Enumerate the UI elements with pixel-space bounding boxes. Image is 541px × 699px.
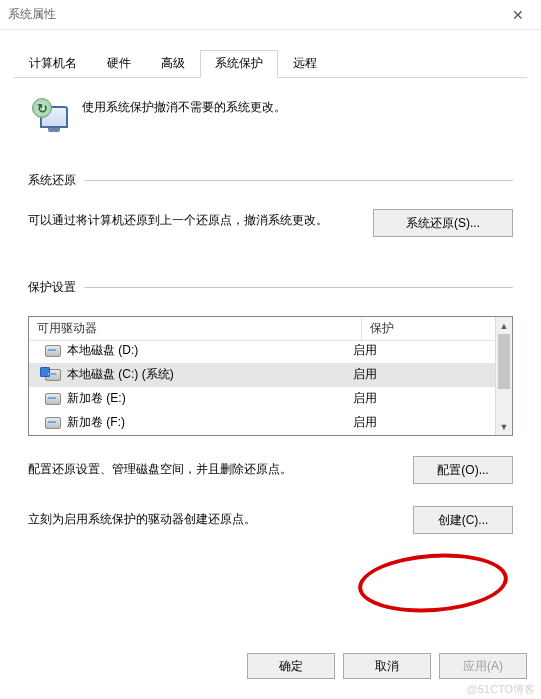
intro-text: 使用系统保护撤消不需要的系统更改。 — [82, 96, 286, 116]
divider — [84, 287, 513, 288]
scroll-track[interactable] — [496, 334, 512, 418]
system-restore-button[interactable]: 系统还原(S)... — [373, 209, 513, 237]
system-restore-title: 系统还原 — [28, 172, 84, 189]
tab-hardware[interactable]: 硬件 — [92, 50, 146, 78]
drive-protection: 启用 — [345, 389, 495, 408]
drive-protection: 启用 — [345, 365, 495, 384]
cancel-button[interactable]: 取消 — [343, 653, 431, 679]
list-header: 可用驱动器 保护 — [29, 317, 512, 341]
system-restore-header: 系统还原 — [28, 172, 513, 189]
create-row: 立刻为启用系统保护的驱动器创建还原点。 创建(C)... — [28, 506, 513, 534]
create-button[interactable]: 创建(C)... — [413, 506, 513, 534]
system-protection-icon: ↻ — [32, 98, 70, 136]
apply-button[interactable]: 应用(A) — [439, 653, 527, 679]
create-desc: 立刻为启用系统保护的驱动器创建还原点。 — [28, 506, 397, 529]
col-header-protection[interactable]: 保护 — [362, 317, 512, 340]
drive-name: 新加卷 (E:) — [67, 390, 126, 407]
drive-icon — [45, 417, 61, 429]
divider — [84, 180, 513, 181]
watermark: @51CTO博客 — [467, 682, 535, 697]
ok-button[interactable]: 确定 — [247, 653, 335, 679]
scroll-thumb[interactable] — [498, 334, 510, 389]
system-restore-desc: 可以通过将计算机还原到上一个还原点，撤消系统更改。 — [28, 209, 357, 230]
configure-desc: 配置还原设置、管理磁盘空间，并且删除还原点。 — [28, 456, 397, 479]
tabs-row: 计算机名 硬件 高级 系统保护 远程 — [14, 50, 527, 78]
close-button[interactable]: ✕ — [495, 0, 541, 30]
configure-row: 配置还原设置、管理磁盘空间，并且删除还原点。 配置(O)... — [28, 456, 513, 484]
list-row[interactable]: 新加卷 (E:) 启用 — [29, 387, 495, 411]
list-row[interactable]: 新加卷 (F:) 启用 — [29, 411, 495, 435]
drive-name: 新加卷 (F:) — [67, 414, 125, 431]
scrollbar[interactable]: ▲ ▼ — [495, 317, 512, 435]
list-body: 本地磁盘 (D:) 启用 本地磁盘 (C:) (系统) 启用 新加卷 (E:) … — [29, 339, 495, 435]
tab-computer-name[interactable]: 计算机名 — [14, 50, 92, 78]
drive-protection: 启用 — [345, 413, 495, 432]
list-row[interactable]: 本地磁盘 (D:) 启用 — [29, 339, 495, 363]
intro-row: ↻ 使用系统保护撤消不需要的系统更改。 — [28, 96, 513, 136]
title-bar: 系统属性 ✕ — [0, 0, 541, 30]
close-icon: ✕ — [512, 7, 524, 23]
col-header-drive[interactable]: 可用驱动器 — [29, 317, 362, 340]
drive-icon — [45, 369, 61, 381]
drive-protection: 启用 — [345, 341, 495, 360]
protection-settings-title: 保护设置 — [28, 279, 84, 296]
dialog-buttons: 确定 取消 应用(A) — [247, 653, 527, 679]
drive-name: 本地磁盘 (C:) (系统) — [67, 366, 174, 383]
drive-list[interactable]: 可用驱动器 保护 本地磁盘 (D:) 启用 本地磁盘 (C:) (系统) 启用 … — [28, 316, 513, 436]
protection-settings-header: 保护设置 — [28, 279, 513, 296]
list-row[interactable]: 本地磁盘 (C:) (系统) 启用 — [29, 363, 495, 387]
window-title: 系统属性 — [8, 6, 56, 23]
tab-remote[interactable]: 远程 — [278, 50, 332, 78]
tab-system-protection[interactable]: 系统保护 — [200, 50, 278, 78]
drive-name: 本地磁盘 (D:) — [67, 342, 138, 359]
system-restore-row: 可以通过将计算机还原到上一个还原点，撤消系统更改。 系统还原(S)... — [28, 209, 513, 237]
configure-button[interactable]: 配置(O)... — [413, 456, 513, 484]
scroll-down-icon[interactable]: ▼ — [496, 418, 512, 435]
scroll-up-icon[interactable]: ▲ — [496, 317, 512, 334]
drive-icon — [45, 393, 61, 405]
tab-advanced[interactable]: 高级 — [146, 50, 200, 78]
tab-content: ↻ 使用系统保护撤消不需要的系统更改。 系统还原 可以通过将计算机还原到上一个还… — [0, 78, 541, 570]
drive-icon — [45, 345, 61, 357]
